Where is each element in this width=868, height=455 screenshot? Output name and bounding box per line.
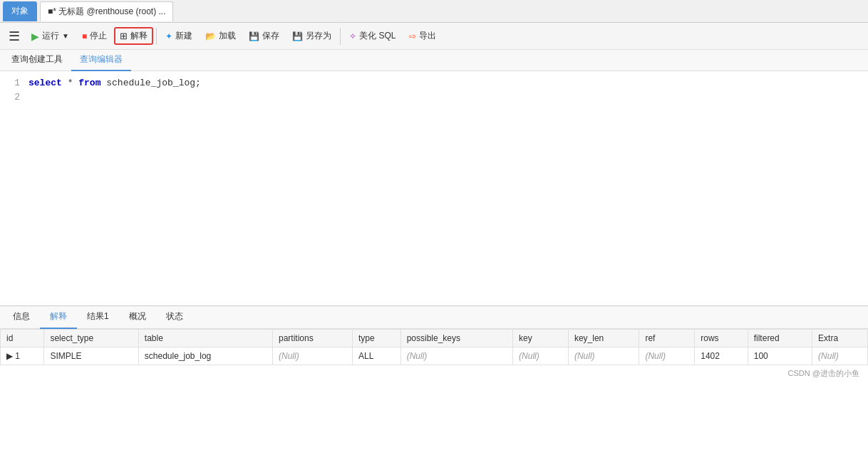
saveas-icon: 💾	[292, 31, 303, 41]
beautify-label: 美化 SQL	[359, 30, 396, 42]
export-button[interactable]: ⇨ 导出	[403, 27, 442, 45]
save-label: 保存	[262, 30, 279, 42]
table-cell: 100	[748, 347, 812, 365]
tab-info[interactable]: 信息	[3, 306, 40, 329]
col-header-key-len: key_len	[568, 330, 639, 347]
sub-tab-bar: 查询创建工具 查询编辑器	[0, 50, 868, 71]
tab-object[interactable]: 对象	[3, 1, 37, 21]
run-button[interactable]: ▶ 运行 ▼	[26, 27, 75, 45]
menu-icon[interactable]: ☰	[4, 28, 24, 44]
load-icon: 📂	[205, 31, 216, 41]
new-label: 新建	[175, 30, 192, 42]
stop-icon: ■	[82, 31, 87, 41]
table-cell: ▶ 1	[1, 347, 44, 365]
tab-result[interactable]: 结果1	[77, 306, 119, 329]
tab-explain[interactable]: 解释	[40, 306, 77, 329]
table-row: ▶ 1SIMPLEschedule_job_log(Null)ALL(Null)…	[1, 347, 868, 365]
export-label: 导出	[419, 30, 436, 42]
tab-query-builder[interactable]: 查询创建工具	[3, 50, 71, 71]
line-content-1: select * from schedule_job_log;	[29, 78, 868, 88]
toolbar: ☰ ▶ 运行 ▼ ■ 停止 ⊞ 解释 ✦ 新建 📂 加载 💾 保存 💾 另存为 …	[0, 23, 868, 50]
col-header-key: key	[513, 330, 569, 347]
col-header-id: id	[1, 330, 44, 347]
table-cell: ALL	[353, 347, 401, 365]
line-number-2: 2	[0, 92, 29, 103]
main-container: 1 select * from schedule_job_log; 2 信息 解…	[0, 71, 868, 455]
result-area: 信息 解释 结果1 概况 状态 id select_type table par…	[0, 306, 868, 455]
load-button[interactable]: 📂 加载	[200, 27, 242, 45]
divider-2	[340, 28, 341, 45]
table-name: schedule_job_log;	[106, 78, 201, 88]
sql-star: *	[68, 78, 79, 88]
col-header-type: type	[353, 330, 401, 347]
table-cell: (Null)	[568, 347, 639, 365]
export-icon: ⇨	[409, 31, 416, 41]
save-button[interactable]: 💾 保存	[243, 27, 285, 45]
run-dropdown-icon[interactable]: ▼	[62, 32, 69, 40]
col-header-possible-keys: possible_keys	[401, 330, 512, 347]
table-cell: (Null)	[513, 347, 569, 365]
col-header-filtered: filtered	[748, 330, 812, 347]
explain-table: id select_type table partitions type pos…	[0, 329, 868, 365]
editor-line-1: 1 select * from schedule_job_log;	[0, 77, 868, 91]
col-header-extra: Extra	[812, 330, 868, 347]
keyword-from: from	[78, 78, 100, 88]
table-cell: (Null)	[401, 347, 512, 365]
new-button[interactable]: ✦ 新建	[160, 27, 198, 45]
table-cell: (Null)	[273, 347, 353, 365]
explain-icon: ⊞	[120, 31, 128, 41]
beautify-icon: ✧	[349, 31, 356, 41]
table-cell: 1402	[695, 347, 748, 365]
line-number-1: 1	[0, 78, 29, 88]
tab-query[interactable]: ■* 无标题 @renthouse (root) ...	[40, 1, 173, 21]
table-header-row: id select_type table partitions type pos…	[1, 330, 868, 347]
stop-button[interactable]: ■ 停止	[76, 27, 113, 45]
table-container: id select_type table partitions type pos…	[0, 329, 868, 365]
tab-query-editor[interactable]: 查询编辑器	[71, 50, 131, 71]
col-header-table: table	[138, 330, 272, 347]
run-icon: ▶	[31, 31, 39, 42]
editor-line-2: 2	[0, 91, 868, 105]
divider-1	[156, 28, 157, 45]
table-cell: schedule_job_log	[138, 347, 272, 365]
new-icon: ✦	[165, 31, 172, 41]
watermark: CSDN @进击的小鱼	[0, 365, 868, 382]
save-icon: 💾	[249, 31, 259, 41]
stop-label: 停止	[90, 30, 107, 42]
table-cell: (Null)	[639, 347, 695, 365]
tab-bar: 对象 ■* 无标题 @renthouse (root) ...	[0, 0, 868, 23]
col-header-rows: rows	[695, 330, 748, 347]
col-header-select-type: select_type	[44, 330, 138, 347]
explain-button[interactable]: ⊞ 解释	[114, 27, 153, 45]
editor-area[interactable]: 1 select * from schedule_job_log; 2	[0, 71, 868, 306]
table-cell: SIMPLE	[44, 347, 138, 365]
keyword-select: select	[29, 78, 62, 88]
tab-status[interactable]: 状态	[156, 306, 193, 329]
saveas-label: 另存为	[306, 30, 331, 42]
col-header-ref: ref	[639, 330, 695, 347]
saveas-button[interactable]: 💾 另存为	[286, 27, 337, 45]
tab-overview[interactable]: 概况	[119, 306, 156, 329]
run-label: 运行	[42, 30, 59, 42]
col-header-partitions: partitions	[273, 330, 353, 347]
explain-label: 解释	[130, 30, 148, 42]
result-tab-bar: 信息 解释 结果1 概况 状态	[0, 306, 868, 329]
beautify-button[interactable]: ✧ 美化 SQL	[343, 27, 401, 45]
table-cell: (Null)	[812, 347, 868, 365]
load-label: 加载	[219, 30, 236, 42]
